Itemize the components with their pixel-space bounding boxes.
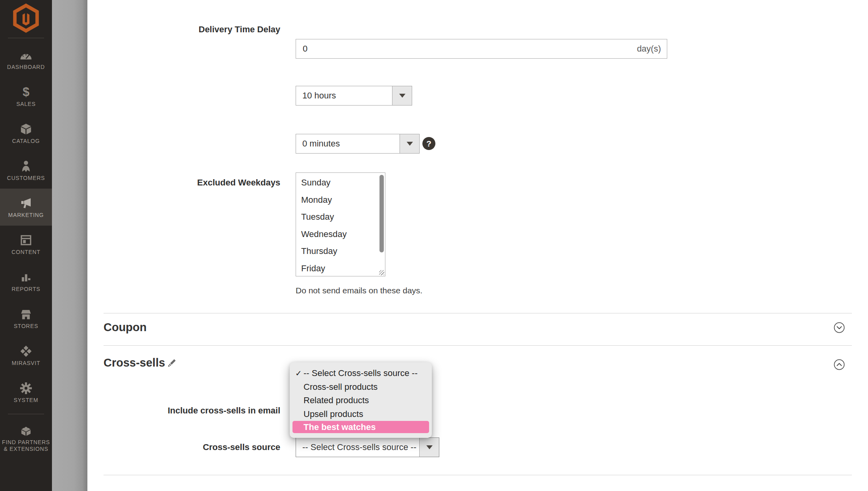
sidebar-divider: [8, 414, 44, 414]
chevron-down-circle-icon: [834, 328, 845, 334]
weekday-option[interactable]: Friday: [296, 260, 385, 277]
admin-sidebar: DASHBOARD $ SALES CATALOG: [0, 0, 52, 491]
sidebar-item-system[interactable]: SYSTEM: [0, 374, 52, 411]
catalog-box-icon: [20, 122, 32, 136]
stores-shop-icon: [20, 307, 32, 321]
system-gear-icon: [20, 381, 32, 395]
dropdown-option-upsell-products[interactable]: Upsell products: [290, 408, 432, 421]
excluded-weekdays-listbox[interactable]: Sunday Monday Tuesday Wednesday Thursday…: [296, 172, 385, 276]
dropdown-option-label: Cross-sell products: [304, 382, 378, 392]
coupon-section-title: Coupon: [104, 321, 147, 334]
coupon-collapse-button[interactable]: [834, 322, 845, 333]
select-arrow-button[interactable]: [400, 134, 419, 153]
content-page-icon: [20, 233, 32, 247]
sidebar-item-label: SYSTEM: [14, 397, 38, 404]
sidebar-item-label: STORES: [14, 323, 38, 330]
sidebar-item-label: CUSTOMERS: [7, 175, 45, 182]
delay-hours-select-value: 10 hours: [296, 86, 392, 105]
weekday-option[interactable]: Sunday: [296, 174, 385, 191]
dashboard-gauge-icon: [19, 48, 33, 62]
page-gutter: [52, 0, 87, 491]
sidebar-item-label: MIRASVIT: [12, 360, 41, 367]
sidebar-item-label: & EXTENSIONS: [4, 446, 48, 452]
dropdown-option-cross-sell-products[interactable]: Cross-sell products: [290, 380, 432, 394]
reports-chart-icon: [20, 270, 32, 284]
caret-down-icon: [399, 94, 405, 98]
sales-dollar-icon: $: [22, 85, 29, 99]
select-arrow-button[interactable]: [392, 86, 412, 105]
sidebar-nav: DASHBOARD $ SALES CATALOG: [0, 41, 52, 411]
sidebar-item-label: REPORTS: [11, 286, 40, 293]
sidebar-item-content[interactable]: CONTENT: [0, 226, 52, 263]
excluded-weekdays-note: Do not send emails on these days.: [296, 286, 422, 295]
delivery-time-delay-input[interactable]: [296, 39, 667, 58]
dropdown-option-label: -- Select Cross-sells source --: [304, 368, 418, 378]
cross-sells-source-select[interactable]: -- Select Cross-sells source --: [296, 437, 439, 457]
sidebar-item-label: FIND PARTNERS: [2, 439, 50, 446]
customers-person-icon: [20, 159, 32, 173]
sidebar-item-label: CATALOG: [12, 138, 40, 145]
sidebar-item-label: SALES: [16, 101, 35, 107]
caret-down-icon: [426, 445, 433, 449]
section-divider: [104, 475, 852, 475]
extensions-brick-icon: [19, 423, 33, 437]
sidebar-item-reports[interactable]: REPORTS: [0, 263, 52, 300]
dropdown-option-the-best-watches[interactable]: The best watches: [292, 421, 429, 433]
marketing-megaphone-icon: [19, 196, 33, 210]
excluded-weekdays-label: Excluded Weekdays: [87, 178, 280, 188]
sidebar-item-catalog[interactable]: CATALOG: [0, 115, 52, 152]
sidebar-divider: [8, 38, 44, 38]
dropdown-option-label: Related products: [304, 395, 369, 405]
sidebar-item-label: DASHBOARD: [7, 64, 45, 70]
dropdown-option-label: Upsell products: [304, 409, 363, 419]
delivery-time-delay-field: day(s): [296, 39, 667, 59]
delay-hours-select[interactable]: 10 hours: [296, 86, 412, 106]
section-divider: [104, 345, 852, 346]
checkmark-icon: ✓: [295, 367, 302, 380]
mirasvit-diamond-icon: [19, 344, 33, 358]
listbox-scrollbar-thumb[interactable]: [379, 175, 384, 252]
caret-down-icon: [407, 142, 413, 146]
cross-sells-source-dropdown-menu: ✓ -- Select Cross-sells source -- Cross-…: [290, 362, 432, 438]
magento-logo[interactable]: [0, 0, 52, 38]
sidebar-item-stores[interactable]: STORES: [0, 300, 52, 337]
magento-admin-screen: DASHBOARD $ SALES CATALOG: [0, 0, 868, 491]
delivery-time-delay-label: Delivery Time Delay: [87, 24, 280, 35]
dropdown-option-select-source[interactable]: ✓ -- Select Cross-sells source --: [290, 367, 432, 380]
sidebar-item-sales[interactable]: $ SALES: [0, 78, 52, 115]
sidebar-item-dashboard[interactable]: DASHBOARD: [0, 41, 52, 78]
sidebar-item-marketing[interactable]: MARKETING: [0, 189, 52, 226]
delay-minutes-select[interactable]: 0 minutes: [296, 134, 420, 154]
dropdown-option-related-products[interactable]: Related products: [290, 394, 432, 408]
days-unit-note: day(s): [637, 39, 661, 58]
weekday-option[interactable]: Wednesday: [296, 226, 385, 243]
dropdown-option-label: The best watches: [304, 422, 376, 432]
sidebar-item-mirasvit[interactable]: MIRASVIT: [0, 337, 52, 374]
sidebar-item-find-partners-extensions[interactable]: FIND PARTNERS & EXTENSIONS: [0, 417, 52, 458]
cross-sells-source-label: Cross-sells source: [87, 442, 280, 452]
content-area: Delivery Time Delay day(s) 10 hours 0 mi…: [87, 0, 868, 491]
sidebar-item-customers[interactable]: CUSTOMERS: [0, 152, 52, 189]
sidebar-item-label: MARKETING: [8, 212, 44, 219]
cross-sells-section-title: Cross-sells: [104, 356, 165, 369]
weekday-option[interactable]: Monday: [296, 191, 385, 209]
cross-sells-collapse-button[interactable]: [834, 359, 845, 370]
chevron-up-circle-icon: [834, 365, 845, 371]
help-tooltip-icon[interactable]: ?: [422, 137, 435, 150]
select-arrow-button[interactable]: [419, 438, 439, 457]
delay-minutes-select-value: 0 minutes: [296, 134, 400, 153]
section-divider: [104, 313, 852, 313]
listbox-resize-handle[interactable]: [379, 270, 384, 275]
magento-logo-icon: [12, 3, 40, 35]
sidebar-item-label: CONTENT: [11, 249, 40, 256]
weekday-option[interactable]: Tuesday: [296, 208, 385, 226]
include-cross-sells-label: Include cross-sells in email: [87, 406, 280, 416]
edit-pencil-icon[interactable]: [166, 358, 177, 370]
weekday-option[interactable]: Thursday: [296, 243, 385, 260]
cross-sells-source-select-value: -- Select Cross-sells source --: [296, 438, 419, 457]
